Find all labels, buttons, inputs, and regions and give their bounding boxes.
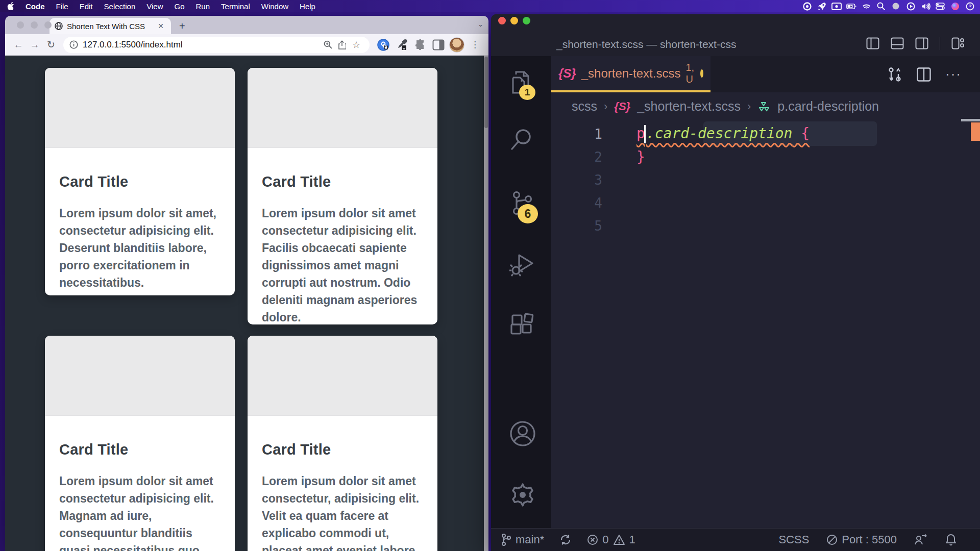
- unsaved-changes-dot[interactable]: [700, 69, 703, 78]
- rocket-icon[interactable]: [817, 2, 827, 11]
- breadcrumbs: scss › {S} _shorten-text.scss › p.card-d…: [551, 92, 980, 120]
- browser-toolbar: ← → ↻ 127.0.0.1:5500/index.html ☆ ⋮: [5, 34, 488, 56]
- browser-tab[interactable]: Shorten Text With CSS ✕: [50, 18, 171, 34]
- toggle-secondary-sidebar-icon[interactable]: [915, 37, 928, 49]
- menu-go[interactable]: Go: [169, 2, 190, 11]
- compare-changes-icon[interactable]: [887, 66, 902, 83]
- forward-button[interactable]: →: [27, 37, 43, 53]
- siri-icon[interactable]: [950, 2, 960, 11]
- apple-logo-icon[interactable]: [7, 2, 15, 11]
- scss-class-token: .card-description: [646, 125, 793, 142]
- code-editor[interactable]: 1 p.card-description { 2 } 3 4 5: [551, 120, 980, 528]
- tab-title: Shorten Text With CSS: [67, 22, 156, 31]
- volume-icon[interactable]: [920, 2, 930, 11]
- tab-overflow-chevron-icon[interactable]: ⌄: [478, 20, 483, 28]
- card-description: Lorem ipsum dolor sit amet consectetur a…: [59, 472, 220, 551]
- sass-file-icon: {S}: [558, 66, 576, 81]
- breadcrumb-symbol[interactable]: p.card-description: [777, 99, 879, 114]
- page-scrollbar-thumb[interactable]: [484, 57, 488, 128]
- breadcrumb-file[interactable]: _shorten-text.scss: [637, 99, 741, 114]
- site-info-icon[interactable]: [69, 40, 78, 49]
- menu-run[interactable]: Run: [190, 2, 216, 11]
- menu-terminal[interactable]: Terminal: [215, 2, 256, 11]
- editor-tab[interactable]: {S} _shorten-text.scss 1, U: [551, 56, 710, 92]
- language-mode[interactable]: SCSS: [778, 533, 809, 546]
- screen-play-icon[interactable]: [905, 2, 916, 11]
- breadcrumb-folder[interactable]: scss: [572, 99, 597, 114]
- menu-window[interactable]: Window: [256, 2, 294, 11]
- close-brace-token: }: [602, 148, 645, 165]
- clock-icon[interactable]: [965, 2, 975, 11]
- line-number: 2: [551, 149, 602, 165]
- warning-count: 1: [629, 533, 635, 546]
- zoom-page-icon[interactable]: [321, 40, 335, 49]
- search-icon[interactable]: [509, 127, 534, 152]
- code-line-5: 5: [551, 214, 980, 237]
- live-server-port[interactable]: Port : 5500: [826, 533, 897, 546]
- tab-favicon-globe-icon: [55, 22, 63, 30]
- error-count: 0: [602, 533, 608, 546]
- new-tab-button[interactable]: +: [179, 20, 185, 32]
- card: Card Title Lorem ipsum dolor sit amet co…: [248, 68, 437, 324]
- toggle-panel-icon[interactable]: [891, 37, 904, 49]
- tab-close-icon[interactable]: ✕: [156, 21, 166, 31]
- screen-mirroring-icon[interactable]: [831, 2, 842, 11]
- settings-gear-icon[interactable]: [509, 481, 536, 509]
- vscode-title-bar: _shorten-text.scss — shorten-text-css: [491, 14, 980, 56]
- customize-layout-icon[interactable]: [951, 37, 965, 49]
- split-editor-icon[interactable]: [917, 67, 931, 82]
- password-manager-extension-icon[interactable]: [376, 37, 391, 53]
- toggle-sidebar-icon[interactable]: [866, 37, 879, 49]
- reload-button[interactable]: ↻: [43, 37, 59, 53]
- card-image-placeholder: [45, 336, 235, 416]
- minimize-window-button[interactable]: [31, 21, 38, 29]
- screen-record-icon[interactable]: [802, 2, 812, 11]
- card-description: Lorem ipsum dolor sit amet consectetur a…: [262, 205, 423, 324]
- sync-changes-button[interactable]: [559, 534, 572, 546]
- menu-view[interactable]: View: [141, 2, 168, 11]
- url-text[interactable]: 127.0.0.1:5500/index.html: [83, 40, 321, 50]
- card: Card Title Lorem ipsum dolor sit amet co…: [45, 336, 235, 551]
- spotlight-icon[interactable]: [876, 2, 886, 11]
- menu-edit[interactable]: Edit: [74, 2, 99, 11]
- open-brace-token: {: [792, 125, 810, 142]
- status-bar: main* 0 1 SCSS Port : 5500: [491, 528, 980, 551]
- battery-icon[interactable]: [846, 2, 856, 11]
- zoom-window-button[interactable]: [44, 21, 52, 29]
- run-debug-icon[interactable]: [509, 251, 535, 278]
- profile-avatar[interactable]: [449, 37, 464, 53]
- browser-tab-strip: Shorten Text With CSS ✕ + ⌄: [5, 16, 488, 34]
- notifications-bell-icon[interactable]: [945, 533, 957, 546]
- bookmark-star-icon[interactable]: ☆: [349, 39, 363, 51]
- git-branch-status[interactable]: main*: [501, 533, 544, 546]
- menu-selection[interactable]: Selection: [99, 2, 141, 11]
- side-panel-icon[interactable]: [431, 37, 446, 53]
- menubar-status-icons: [802, 2, 980, 11]
- menu-code[interactable]: Code: [20, 2, 51, 11]
- share-icon[interactable]: [335, 40, 349, 49]
- more-actions-icon[interactable]: ···: [945, 66, 962, 82]
- feedback-icon[interactable]: [914, 534, 927, 546]
- code-line-1: 1 p.card-description {: [551, 122, 980, 145]
- control-center-icon[interactable]: [935, 2, 945, 11]
- source-control-badge: 6: [518, 204, 538, 223]
- editor-tab-bar: {S} _shorten-text.scss 1, U ···: [551, 56, 980, 92]
- close-window-button[interactable]: [17, 21, 24, 29]
- extensions-icon[interactable]: [509, 312, 535, 339]
- browser-menu-kebab-icon[interactable]: ⋮: [468, 37, 483, 53]
- zoom-window-button[interactable]: [523, 17, 530, 24]
- back-button[interactable]: ←: [10, 37, 27, 53]
- line-number: 5: [551, 218, 602, 234]
- menu-help[interactable]: Help: [294, 2, 321, 11]
- account-icon[interactable]: [509, 420, 536, 447]
- wifi-icon[interactable]: [861, 2, 871, 11]
- vscode-window: _shorten-text.scss — shorten-text-css 1 …: [491, 14, 980, 551]
- extensions-puzzle-icon[interactable]: [412, 37, 428, 53]
- minimize-window-button[interactable]: [510, 17, 518, 24]
- close-window-button[interactable]: [498, 17, 506, 24]
- color-picker-extension-icon[interactable]: [394, 37, 409, 53]
- address-bar[interactable]: 127.0.0.1:5500/index.html ☆: [63, 37, 370, 53]
- problems-status[interactable]: 0 1: [587, 533, 635, 546]
- menu-file[interactable]: File: [51, 2, 74, 11]
- page-scrollbar-track[interactable]: [484, 56, 488, 551]
